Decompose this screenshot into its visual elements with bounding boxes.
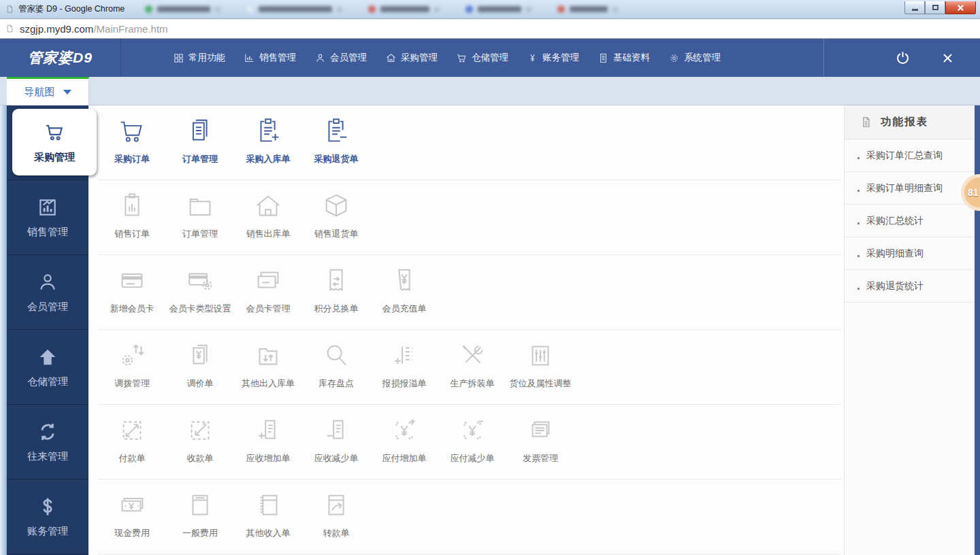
sidebar-item[interactable]: 往来管理	[7, 405, 88, 480]
function-tile[interactable]: 调价单	[166, 330, 234, 405]
page-icon	[5, 23, 14, 34]
header-actions	[823, 39, 980, 77]
function-tile[interactable]: 新增会员卡	[98, 255, 166, 330]
address-bar[interactable]: szgjp.myd9.com/MainFrame.htm	[0, 19, 980, 39]
report-list-item[interactable]: 采购订单汇总查询	[845, 139, 975, 172]
function-tile[interactable]: 生产拆装单	[438, 330, 506, 405]
header-nav-item[interactable]: 系统管理	[668, 52, 721, 64]
sidebar-item[interactable]: 会员管理	[7, 255, 88, 330]
function-tile[interactable]: 付款单	[98, 405, 166, 480]
header-nav-item[interactable]: 常用功能	[173, 52, 225, 64]
person-icon	[36, 271, 59, 294]
function-tile[interactable]: 收款单	[166, 405, 234, 480]
function-tile[interactable]: 积分兑换单	[302, 255, 370, 330]
header-nav-item[interactable]: 账务管理	[527, 52, 579, 64]
search-icon	[321, 340, 352, 371]
arrows-in-icon	[184, 415, 216, 446]
function-tile[interactable]: 采购订单	[98, 105, 166, 180]
doc-icon	[598, 52, 609, 64]
function-tile[interactable]: 转款单	[302, 480, 370, 554]
tile-label: 采购入库单	[246, 153, 291, 165]
header-nav-item[interactable]: 会员管理	[314, 52, 367, 64]
function-tile[interactable]: 应收增加单	[234, 405, 302, 480]
function-tile[interactable]: 会员充值单	[370, 255, 438, 330]
function-group-row: 销售订单订单管理销售出库单销售退货单	[88, 180, 844, 255]
tile-label: 应付增加单	[382, 452, 427, 465]
url-path: /MainFrame.htm	[93, 23, 167, 35]
box-icon	[321, 190, 352, 222]
tab-navigation-map[interactable]: 导航图	[7, 77, 89, 105]
function-tile[interactable]: 采购退货单	[302, 105, 370, 180]
tile-label: 其他收入单	[246, 527, 291, 539]
sidebar-item-label: 会员管理	[27, 301, 68, 314]
refresh-icon	[36, 420, 59, 443]
tile-label: 会员充值单	[382, 303, 427, 315]
sidebar-item[interactable]: 采购管理	[7, 105, 88, 180]
function-tile[interactable]: 库存盘点	[302, 330, 370, 405]
header-nav-item[interactable]: 基础资料	[598, 52, 650, 64]
function-tile[interactable]: 其他收入单	[234, 480, 302, 554]
sidebar-item[interactable]: 账务管理	[7, 480, 88, 554]
close-window-button[interactable]	[945, 1, 976, 14]
function-tile[interactable]: 销售退货单	[302, 180, 370, 255]
header-nav-item[interactable]: 销售管理	[244, 52, 296, 64]
function-tile[interactable]: 销售订单	[98, 180, 166, 255]
tile-label: 调价单	[187, 377, 214, 390]
report-list-item[interactable]: 采购汇总统计	[845, 205, 975, 237]
function-tile[interactable]: 会员卡类型设置	[166, 255, 234, 330]
tile-label: 应付减少单	[451, 452, 495, 465]
tile-label: 采购订单	[114, 153, 150, 165]
header-nav-item[interactable]: 仓储管理	[456, 52, 508, 64]
tile-label: 应收减少单	[314, 452, 359, 465]
function-tile[interactable]: 其他出入库单	[234, 330, 302, 405]
function-tile[interactable]: 采购入库单	[234, 105, 302, 180]
wallet-icon	[252, 265, 284, 297]
sidebar-item[interactable]: 仓储管理	[7, 330, 88, 405]
function-tile[interactable]: 订单管理	[166, 180, 234, 255]
nav-label: 账务管理	[542, 52, 579, 64]
sidebar-item[interactable]: 销售管理	[7, 180, 88, 255]
function-tile[interactable]: 销售出库单	[234, 180, 302, 255]
function-tile[interactable]: 订单管理	[166, 105, 234, 180]
tile-label: 采购退货单	[314, 153, 359, 165]
clipboard-bars-icon	[116, 190, 148, 222]
chevron-down-icon	[63, 90, 71, 95]
tile-label: 付款单	[119, 452, 146, 465]
maximize-button[interactable]	[925, 1, 945, 14]
receipt-yen-icon	[389, 265, 420, 297]
tile-label: 积分兑换单	[314, 303, 359, 315]
sidebar-item-label: 账务管理	[27, 525, 68, 538]
header-nav-item[interactable]: 采购管理	[385, 52, 438, 64]
report-icon	[860, 116, 872, 129]
arrows-out-icon	[116, 415, 148, 446]
function-tile[interactable]: 应收减少单	[302, 405, 370, 480]
report-list-item[interactable]: 采购订单明细查询	[845, 172, 975, 205]
function-tile[interactable]: 货位及属性调整	[506, 330, 574, 405]
power-icon[interactable]	[894, 50, 911, 67]
function-tile[interactable]: 调拨管理	[98, 330, 166, 405]
minimize-button[interactable]	[904, 1, 925, 14]
folder-arrows-icon	[252, 340, 284, 371]
function-tile[interactable]: 发票管理	[506, 405, 574, 480]
doc-plus-icon	[252, 415, 284, 446]
gear-arrows-icon	[116, 340, 148, 371]
close-icon[interactable]	[941, 52, 954, 65]
tile-label: 销售订单	[114, 228, 150, 240]
doc-minus-icon	[321, 415, 352, 446]
report-panel-header: 功能报表	[845, 105, 975, 139]
function-tile[interactable]: 会员卡管理	[234, 255, 302, 330]
function-tile[interactable]: 现金费用	[98, 480, 166, 554]
dollar-icon	[36, 495, 59, 518]
tile-label: 订单管理	[182, 228, 218, 240]
report-list-item[interactable]: 采购明细查询	[845, 237, 975, 270]
cart-icon	[456, 52, 468, 64]
report-list-item[interactable]: 采购退货统计	[845, 270, 975, 303]
yen-icon	[527, 52, 538, 64]
function-tile[interactable]: 报损报溢单	[370, 330, 438, 405]
tile-label: 应收增加单	[246, 452, 291, 465]
function-tile[interactable]: 应付增加单	[370, 405, 438, 480]
tile-label: 会员卡类型设置	[169, 303, 231, 315]
grid-icon	[173, 52, 184, 64]
function-tile[interactable]: 应付减少单	[438, 405, 506, 480]
function-tile[interactable]: 一般费用	[166, 480, 234, 554]
